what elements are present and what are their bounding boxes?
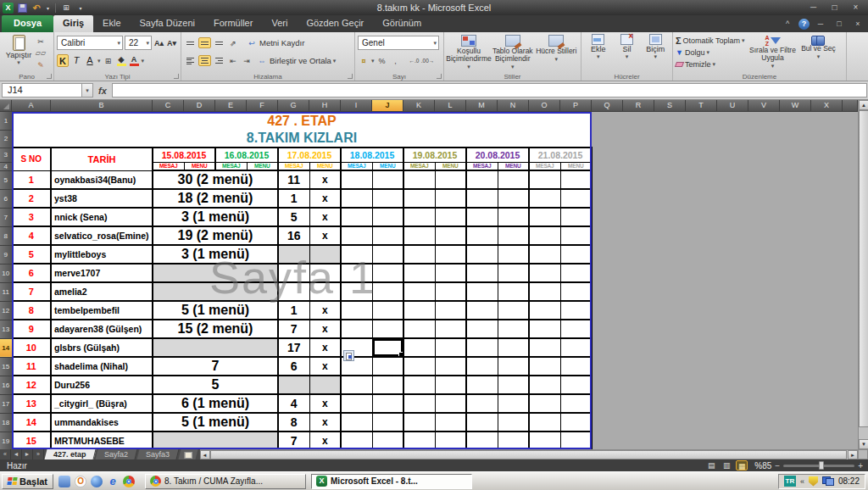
column-header-M[interactable]: M	[466, 100, 498, 112]
cell-L13[interactable]	[435, 320, 466, 338]
zoom-slider-handle[interactable]	[819, 461, 824, 470]
cell-K9[interactable]	[403, 245, 435, 264]
column-header-X[interactable]: X	[811, 100, 843, 112]
cell-B12[interactable]: tembelpembefil	[51, 301, 153, 320]
ribbon-tab-g-zden-ge-ir[interactable]: Gözden Geçir	[297, 15, 373, 32]
row-header-13[interactable]: 13	[0, 320, 12, 338]
cell-O15[interactable]	[529, 357, 560, 376]
autosum-button[interactable]: Σ Otomatik Toplam ▾	[676, 35, 744, 46]
borders-button[interactable]: ⊞	[103, 55, 114, 66]
cell-B9[interactable]: mylittleboys	[51, 245, 153, 264]
cell-A9[interactable]: 5	[12, 245, 51, 264]
row-header-1[interactable]: 1	[0, 112, 12, 130]
cell-H17[interactable]: x	[309, 394, 341, 413]
cell-M18[interactable]	[466, 413, 498, 432]
cell-M19[interactable]	[466, 432, 498, 449]
column-header-F[interactable]: F	[247, 100, 278, 112]
cell-date-18.08.2015[interactable]: 18.08.2015	[341, 148, 403, 162]
cell-I8[interactable]	[341, 226, 372, 245]
cell-I16[interactable]	[341, 376, 372, 394]
cell-M7[interactable]	[466, 208, 498, 226]
scroll-right-icon[interactable]: ►	[848, 450, 858, 459]
cell-P10[interactable]	[560, 264, 592, 282]
cell-K13[interactable]	[403, 320, 435, 338]
cell-O16[interactable]	[529, 376, 560, 394]
cell-L16[interactable]	[435, 376, 466, 394]
qat-dropdown[interactable]: ▾	[75, 3, 86, 14]
font-name-select[interactable]: Calibri ▾	[57, 36, 123, 50]
undo-button[interactable]: ↶	[31, 3, 42, 14]
row-header-6[interactable]: 6	[0, 189, 12, 208]
dialog-launcher-icon[interactable]	[348, 74, 353, 79]
cell-date-15.08.2015[interactable]: 15.08.2015	[153, 148, 215, 162]
column-header-J[interactable]: J	[372, 100, 403, 112]
excel-logo-icon[interactable]: X	[3, 3, 14, 14]
cell-A11[interactable]: 7	[12, 282, 51, 301]
italic-button[interactable]: T	[70, 54, 82, 67]
cell-K7[interactable]	[403, 208, 435, 226]
column-header-W[interactable]: W	[780, 100, 811, 112]
cell-L14[interactable]	[435, 338, 466, 357]
cell-O7[interactable]	[529, 208, 560, 226]
collapse-ribbon-button[interactable]: ^	[780, 19, 795, 30]
cell-I10[interactable]	[341, 264, 372, 282]
minimize-button[interactable]: ─	[803, 2, 824, 14]
vertical-scroll-thumb[interactable]	[859, 110, 868, 427]
cell-A8[interactable]: 4	[12, 226, 51, 245]
cell-O11[interactable]	[529, 282, 560, 301]
cell-B18[interactable]: ummandakises	[51, 413, 153, 432]
cell-A19[interactable]: 15	[12, 432, 51, 449]
cell-B14[interactable]: glsbrs (Gülşah)	[51, 338, 153, 357]
find-select-button[interactable]: Bul ve Seç ▾	[800, 34, 836, 71]
row-header-11[interactable]: 11	[0, 282, 12, 301]
shrink-font-button[interactable]: A▾	[166, 39, 177, 47]
cell-J17[interactable]	[372, 394, 403, 413]
cell-K16[interactable]	[403, 376, 435, 394]
cell-L8[interactable]	[435, 226, 466, 245]
cell-I12[interactable]	[341, 301, 372, 320]
cell-B8[interactable]: selvatico_rosa(Emine)	[51, 226, 153, 245]
cell-O5[interactable]	[529, 170, 560, 189]
security-shield-icon[interactable]	[809, 476, 818, 487]
align-right-button[interactable]	[213, 55, 225, 66]
cell-B19[interactable]: MRTMUHASEBE	[51, 432, 153, 449]
cell-I18[interactable]	[341, 413, 372, 432]
column-header-A[interactable]: A	[12, 100, 51, 112]
cell-O6[interactable]	[529, 189, 560, 208]
cell-C14[interactable]	[153, 338, 278, 357]
row-header-14[interactable]: 14	[0, 338, 12, 357]
cell-K19[interactable]	[403, 432, 435, 449]
cell-G15[interactable]: 6	[278, 357, 309, 376]
insert-worksheet-button[interactable]	[178, 449, 198, 459]
comma-style-button[interactable]: ,	[390, 55, 402, 66]
cell-A16[interactable]: 12	[12, 376, 51, 394]
cell-L9[interactable]	[435, 245, 466, 264]
cell-N19[interactable]	[498, 432, 529, 449]
cell-B6[interactable]: yst38	[51, 189, 153, 208]
cell-N6[interactable]	[498, 189, 529, 208]
decrease-indent-button[interactable]: ⇤	[227, 55, 239, 66]
cell-B15[interactable]: shadelima (Nihal)	[51, 357, 153, 376]
cell-G12[interactable]: 1	[278, 301, 309, 320]
align-middle-button[interactable]	[198, 37, 211, 48]
cell-J14[interactable]	[372, 338, 403, 357]
cell-M13[interactable]	[466, 320, 498, 338]
cell-P17[interactable]	[560, 394, 592, 413]
cell-M6[interactable]	[466, 189, 498, 208]
row-header-16[interactable]: 16	[0, 376, 12, 394]
outlook-icon[interactable]: O	[75, 476, 86, 487]
cell-C19[interactable]	[153, 432, 278, 449]
cell-B16[interactable]: Duru256	[51, 376, 153, 394]
network-icon[interactable]	[822, 476, 834, 486]
cell-H15[interactable]: x	[309, 357, 341, 376]
cell-B5[interactable]: oynakbasi34(Banu)	[51, 170, 153, 189]
cell-L17[interactable]	[435, 394, 466, 413]
cell-K14[interactable]	[403, 338, 435, 357]
insert-function-button[interactable]: fx	[93, 86, 112, 96]
cell-C9[interactable]: 3 (1 menü)	[153, 245, 278, 264]
cell-P12[interactable]	[560, 301, 592, 320]
row-header-17[interactable]: 17	[0, 394, 12, 413]
cell-B3[interactable]: TARİH	[51, 148, 153, 170]
cell-N14[interactable]	[498, 338, 529, 357]
cell-J9[interactable]	[372, 245, 403, 264]
